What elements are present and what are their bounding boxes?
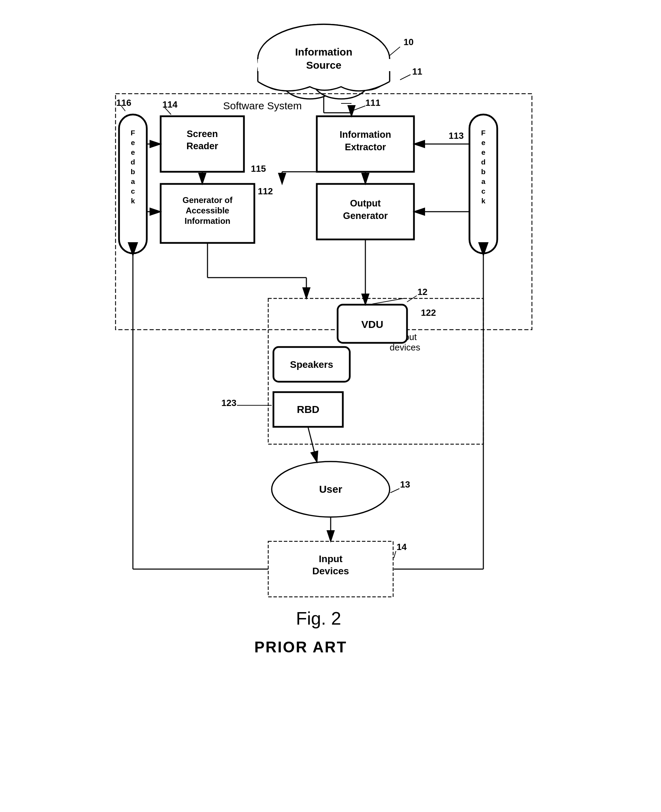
speakers-label: Speakers <box>290 359 333 370</box>
ref-116: 116 <box>116 97 131 108</box>
fig-label: Fig. 2 <box>296 608 341 629</box>
ref-11: 11 <box>412 66 422 77</box>
svg-text:k: k <box>131 197 135 205</box>
ref-13: 13 <box>400 479 410 490</box>
ref-115: 115 <box>251 163 266 174</box>
svg-text:e: e <box>481 139 485 147</box>
svg-text:b: b <box>131 168 135 175</box>
svg-text:e: e <box>131 139 135 147</box>
svg-text:e: e <box>481 148 485 156</box>
svg-line-62 <box>394 551 396 558</box>
svg-text:Information: Information <box>339 129 391 140</box>
ref-12: 12 <box>417 287 428 297</box>
ref-10: 10 <box>404 37 414 47</box>
svg-text:Source: Source <box>306 59 342 71</box>
information-source-label: Information <box>295 46 352 57</box>
svg-text:Output: Output <box>350 198 380 209</box>
input-devices-label-1: Input <box>319 554 342 564</box>
ref-114: 114 <box>162 99 178 110</box>
svg-text:Screen: Screen <box>186 129 217 139</box>
svg-text:Extractor: Extractor <box>345 142 386 152</box>
page: Information Source 10 11 Software System… <box>53 14 608 777</box>
ref-111: 111 <box>366 97 380 108</box>
svg-line-59 <box>372 298 404 304</box>
svg-text:Reader: Reader <box>186 141 218 151</box>
ref-14: 14 <box>397 542 407 552</box>
svg-text:c: c <box>481 187 485 195</box>
rbd-label: RBD <box>297 404 319 415</box>
svg-text:k: k <box>481 197 485 205</box>
svg-text:a: a <box>131 177 135 185</box>
svg-line-13 <box>351 106 366 111</box>
ref-122: 122 <box>421 308 436 318</box>
ref-113: 113 <box>449 131 463 141</box>
svg-text:Generator of: Generator of <box>182 195 233 205</box>
svg-text:d: d <box>481 158 485 166</box>
software-system-label: Software System <box>223 100 302 112</box>
prior-art-label: PRIOR ART <box>254 638 347 656</box>
svg-text:d: d <box>131 158 135 166</box>
svg-text:c: c <box>131 187 135 195</box>
user-label: User <box>319 483 342 495</box>
svg-text:b: b <box>481 168 485 175</box>
svg-text:Accessible: Accessible <box>186 206 229 215</box>
svg-line-12 <box>400 75 410 80</box>
svg-text:Generator: Generator <box>343 211 388 221</box>
svg-text:Information: Information <box>185 216 230 225</box>
input-devices-label-2: Devices <box>312 566 349 576</box>
svg-text:a: a <box>481 177 485 185</box>
ref-123: 123 <box>221 398 236 408</box>
svg-line-60 <box>390 488 399 493</box>
diagram-container: Information Source 10 11 Software System… <box>88 14 573 777</box>
feedback-left-label: F <box>131 129 135 137</box>
svg-text:F: F <box>481 129 485 137</box>
ref-112: 112 <box>258 186 273 196</box>
vdu-label: VDU <box>361 319 383 330</box>
svg-text:e: e <box>131 148 135 156</box>
